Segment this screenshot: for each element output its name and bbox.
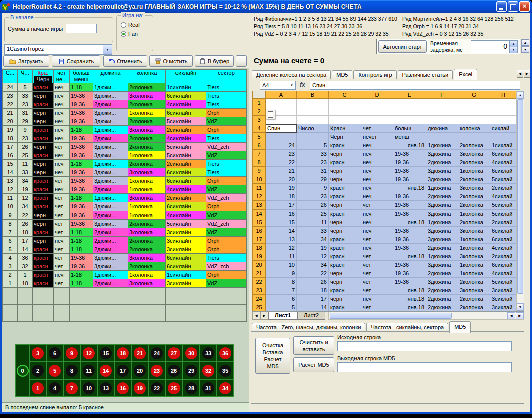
cell[interactable]: 2дюжина — [426, 295, 458, 303]
collapse-button[interactable]: — — [236, 55, 247, 67]
cell[interactable]: 6сиклай — [490, 227, 517, 235]
excel-row-header-5[interactable]: 5 — [253, 133, 266, 141]
cell[interactable]: красн — [329, 184, 361, 192]
cell[interactable]: 2колонка — [458, 175, 490, 184]
cell[interactable] — [361, 107, 393, 116]
cell[interactable]: менш — [393, 133, 426, 141]
cell[interactable]: 19-36 — [393, 244, 426, 252]
cell[interactable] — [426, 116, 458, 124]
board-number-15[interactable]: 15 — [97, 344, 114, 362]
cell[interactable]: 6сиклай — [490, 261, 517, 269]
excel-row-header-18[interactable]: 18 — [253, 244, 266, 252]
cell[interactable] — [297, 99, 329, 107]
cell[interactable]: 2колонка — [458, 201, 490, 210]
cell[interactable]: 5 — [297, 141, 329, 150]
cell[interactable]: черн — [329, 201, 361, 210]
history-row[interactable]: 1034краснчет19-363дюжи...1колонка6сиклай… — [3, 202, 247, 211]
cell[interactable]: 5сиклай — [490, 210, 517, 218]
cell[interactable]: 17 — [297, 295, 329, 303]
history-row[interactable]: 245красннеч1-181дюжи...2колонка1сиклайнT… — [3, 83, 247, 92]
cell[interactable]: чет — [361, 278, 393, 286]
scroll-down-icon[interactable]: ▼ — [517, 303, 524, 311]
excel-row-header-17[interactable]: 17 — [253, 235, 266, 244]
cell[interactable]: чет — [361, 201, 393, 210]
history-row[interactable]: 199красннеч1-181дюжи...3колонка2сиклайнO… — [3, 126, 247, 134]
history-row[interactable]: 2029черннеч19-363дюжи...2колонка5сиклайн… — [3, 117, 247, 126]
cell[interactable]: 13 — [266, 235, 297, 244]
maximize-button[interactable] — [508, 1, 518, 12]
board-number-3[interactable]: 3 — [29, 344, 46, 362]
cell[interactable] — [329, 107, 361, 116]
name-box-dropdown-icon[interactable]: ▼ — [288, 81, 295, 89]
board-number-24[interactable]: 24 — [148, 344, 165, 362]
board-number-1[interactable]: 1 — [29, 379, 46, 397]
history-row[interactable]: 514краснчет1-182дюжи...2колонка3сиклайнO… — [3, 245, 247, 254]
excel-row-header-8[interactable]: 8 — [253, 158, 266, 167]
excel-column-header-D[interactable]: D — [361, 91, 393, 99]
cell[interactable]: красн — [329, 303, 361, 312]
cell[interactable]: 19-36 — [393, 192, 426, 201]
cell[interactable]: янв.18 — [393, 303, 426, 312]
cell[interactable]: 12 — [297, 252, 329, 261]
cell[interactable]: неч — [361, 192, 393, 201]
cell[interactable] — [426, 99, 458, 107]
cell[interactable]: 3дюжина — [426, 201, 458, 210]
fx-button[interactable]: fx — [300, 81, 305, 88]
cell[interactable]: янв.18 — [393, 286, 426, 295]
excel-column-header-H[interactable]: H — [490, 91, 517, 99]
cell[interactable] — [490, 116, 517, 124]
cell[interactable]: красн — [329, 141, 361, 150]
excel-row-header-7[interactable]: 7 — [253, 150, 266, 158]
excel-row-header-12[interactable]: 12 — [253, 192, 266, 201]
cell[interactable] — [329, 99, 361, 107]
sheet-tab-2[interactable]: Лист2 — [297, 312, 325, 320]
cell[interactable] — [393, 99, 426, 107]
cell[interactable] — [458, 107, 490, 116]
cell[interactable]: 1дюжина — [426, 218, 458, 227]
cell[interactable]: 19-36 — [393, 167, 426, 175]
cell[interactable]: 19-36 — [393, 227, 426, 235]
cell[interactable]: 22 — [297, 269, 329, 278]
cell[interactable] — [266, 99, 297, 107]
cell[interactable]: 3сиклай — [490, 303, 517, 312]
board-number-34[interactable]: 34 — [217, 379, 234, 397]
excel-row-header-15[interactable]: 15 — [253, 218, 266, 227]
cell[interactable] — [361, 116, 393, 124]
cell[interactable] — [393, 116, 426, 124]
close-button[interactable]: × — [519, 1, 530, 12]
cell[interactable]: 16 — [266, 210, 297, 218]
spinner-up-icon[interactable]: ▲ — [510, 41, 517, 47]
cell[interactable]: больш — [393, 124, 426, 133]
cell[interactable]: 1колонка — [458, 235, 490, 244]
cell[interactable]: черн — [329, 150, 361, 158]
excel-column-header-B[interactable]: B — [297, 91, 329, 99]
cell[interactable]: неч — [361, 158, 393, 167]
cell[interactable]: 11 — [297, 218, 329, 227]
cell[interactable]: 3дюжина — [426, 227, 458, 235]
history-row[interactable]: 1334краснчет19-363дюжи...1колонка6сиклай… — [3, 177, 247, 185]
cell[interactable]: 14 — [266, 227, 297, 235]
cell[interactable]: 20 — [266, 175, 297, 184]
cell[interactable]: 19-36 — [393, 158, 426, 167]
cell[interactable]: 5 — [266, 303, 297, 312]
cell[interactable]: 26 — [297, 201, 329, 210]
cell[interactable]: 2дюжина — [426, 269, 458, 278]
minimize-button[interactable] — [496, 1, 507, 12]
board-number-8[interactable]: 8 — [63, 362, 80, 379]
cell[interactable]: 6 — [266, 295, 297, 303]
cell[interactable]: чет — [361, 286, 393, 295]
excel-row-header-9[interactable]: 9 — [253, 167, 266, 175]
cell[interactable]: 8 — [266, 278, 297, 286]
history-row[interactable]: 1625красннеч19-363дюжи...1колонка5сиклай… — [3, 151, 247, 160]
cell[interactable]: 3сиклай — [490, 286, 517, 295]
cell[interactable]: 2колонка — [458, 303, 490, 312]
cell[interactable]: 1колонка — [458, 261, 490, 269]
cell[interactable]: неч — [361, 141, 393, 150]
cell[interactable] — [426, 133, 458, 141]
vertical-scroll-thumb[interactable] — [517, 99, 523, 294]
history-row[interactable]: 1112краснчет1-181дюжи...3колонка2сиклайн… — [3, 194, 247, 202]
history-row[interactable]: 617черннеч1-182дюжи...2колонка3сиклайнOr… — [3, 237, 247, 245]
cell[interactable]: красн — [329, 286, 361, 295]
copy-to-buffer-button[interactable]: В буфер — [195, 55, 234, 67]
board-number-35[interactable]: 35 — [217, 362, 234, 379]
